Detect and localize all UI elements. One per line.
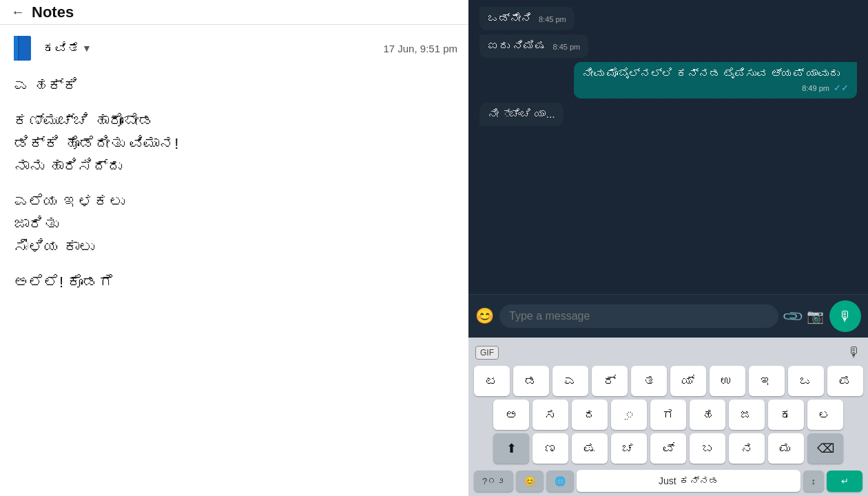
key-va[interactable]: ವ್ <box>650 433 686 464</box>
keyboard-row-2: ಅ ಸ ದ ಼ ಗ ಹ ಜ ಕ ಲ <box>471 400 865 430</box>
key-pa[interactable]: ಪ <box>827 366 863 396</box>
note-line-5: ನಾನು ಹಾರಿಸಿದ್ದು <box>14 155 455 178</box>
notes-meta-row: ಕವಿತೆ ▼ 17 Jun, 9:51 pm <box>0 25 468 69</box>
bubble-time: 8:49 pm ✓✓ <box>802 83 849 93</box>
chat-area: ಒಡ್ನೇನಿ 8:45 pm ಐದು ನಿಮಿಷ 8:45 pm ನೀವು ಮ… <box>468 0 868 294</box>
key-o[interactable]: ಒ <box>788 366 824 396</box>
message-input-bar: 😊 📎 📷 🎙 <box>468 294 868 338</box>
chat-bubble-received-2: ಐದು ನಿಮಿಷ 8:45 pm <box>479 34 588 58</box>
key-ya[interactable]: ಯ್ <box>670 366 706 396</box>
chat-bubble-received-1: ಒಡ್ನೇನಿ 8:45 pm <box>479 7 575 30</box>
emoji-keyboard-button[interactable]: 😊 <box>516 471 544 492</box>
key-sa[interactable]: ಸ <box>533 400 568 430</box>
key-na[interactable]: ಣ <box>533 433 568 464</box>
backspace-key[interactable]: ⌫ <box>807 433 843 464</box>
send-key[interactable]: ↵ <box>827 471 862 492</box>
notes-title: Notes <box>32 3 74 21</box>
key-ma[interactable]: ಮ <box>768 433 804 464</box>
key-ra[interactable]: ರ್ <box>592 366 628 396</box>
keyboard-row-1: ಟ ಡ ಎ ರ್ ತ ಯ್ ಉ ಇ ಒ ಪ <box>471 366 865 396</box>
key-ba[interactable]: ಬ <box>690 433 725 464</box>
keyboard-mic-button[interactable]: 🎙 <box>847 344 861 360</box>
voice-message-button[interactable]: 🎙 <box>829 300 861 332</box>
emoji-button[interactable]: 😊 <box>475 307 494 325</box>
number-key[interactable]: ?೧೨ <box>474 471 513 492</box>
category-dropdown-icon[interactable]: ▼ <box>82 43 92 54</box>
key-ka[interactable]: ಕ <box>768 400 804 430</box>
key-sha[interactable]: ಷ <box>572 433 608 464</box>
notes-content: ಎ ಹಕ್ಕಿ ಕಣ್ಮುಚ್ಚಿ ಹಾರೋಬೇಡ ಡಿಕ್ಕಿ ಹೊಡೆದೀತ… <box>0 69 468 496</box>
notes-panel: ← Notes ಕವಿತೆ ▼ 17 Jun, 9:51 pm ಎ ಹಕ್ಕಿ … <box>0 0 468 496</box>
note-line-9: ಸೌಳಿಯ ಕಾಲು <box>14 236 455 258</box>
bubble-text: ಐದು ನಿಮಿಷ <box>488 40 546 52</box>
svg-rect-2 <box>14 36 18 61</box>
chat-bubble-sent-1: ನೀವು ಮೊಬೈಲ್ನಲ್ಲಿ ಕನ್ನಡ ಟೈಪಿಸುವ ಆ್ಯಪ್ ಯಾವ… <box>574 62 857 99</box>
key-da[interactable]: ಡ <box>513 366 549 396</box>
microphone-icon: 🎙 <box>838 309 852 324</box>
note-line-7: ಎಲೆಯ ಇಳಕಲು <box>14 190 455 213</box>
key-ja[interactable]: ಜ <box>729 400 765 430</box>
key-ta[interactable]: ಟ <box>474 366 510 396</box>
key-na2[interactable]: ನ <box>729 433 765 464</box>
message-input[interactable] <box>499 304 778 328</box>
key-ha[interactable]: ಹ <box>690 400 725 430</box>
key-i[interactable]: ಇ <box>749 366 785 396</box>
note-line-1: ಎ ಹಕ್ಕಿ <box>14 74 455 97</box>
note-category[interactable]: ಕವಿತೆ ▼ <box>43 41 92 56</box>
bubble-time: 8:45 pm <box>552 43 580 51</box>
key-u[interactable]: ಉ <box>710 366 745 396</box>
key-nukta[interactable]: ಼ <box>611 400 647 430</box>
svg-rect-0 <box>16 36 31 61</box>
key-cha[interactable]: ಚ <box>611 433 647 464</box>
bubble-text: ಒಡ್ನೇನಿ <box>488 12 532 24</box>
note-line-8: ಜಾರಿತು <box>14 213 455 236</box>
key-e[interactable]: ಎ <box>552 366 588 396</box>
shift-key[interactable]: ⬆ <box>493 433 529 464</box>
gif-button[interactable]: GIF <box>475 346 499 360</box>
note-line-3: ಕಣ್ಮುಚ್ಚಿ ಹಾರೋಬೇಡ <box>14 110 455 132</box>
expand-key[interactable]: ↕ <box>803 471 825 492</box>
message-ticks: ✓✓ <box>834 83 849 93</box>
camera-button[interactable]: 📷 <box>807 308 824 324</box>
key-a[interactable]: ಅ <box>493 400 529 430</box>
bubble-text: ನೀವು ಮೊಬೈಲ್ನಲ್ಲಿ ಕನ್ನಡ ಟೈಪಿಸುವ ಆ್ಯಪ್ ಯಾವ… <box>582 68 840 79</box>
key-la[interactable]: ಲ <box>807 400 843 430</box>
right-panel: ಒಡ್ನೇನಿ 8:45 pm ಐದು ನಿಮಿಷ 8:45 pm ನೀವು ಮ… <box>468 0 868 496</box>
keyboard-area: GIF 🎙 ಟ ಡ ಎ ರ್ ತ ಯ್ ಉ ಇ ಒ ಪ ಅ ಸ ದ ಼ ಗ ಹ … <box>468 338 868 496</box>
book-icon <box>11 33 36 63</box>
keyboard-bottom-row: ?೧೨ 😊 🌐 Just ಕನ್ನಡ ↕ ↵ <box>471 467 865 495</box>
note-line-11: ಅಲೆಲೆ! ಕೊಡಗೆ <box>14 271 455 293</box>
space-key[interactable]: Just ಕನ್ನಡ <box>577 470 800 492</box>
note-date: 17 Jun, 9:51 pm <box>383 43 457 54</box>
attachment-button[interactable]: 📎 <box>781 304 805 329</box>
key-da2[interactable]: ದ <box>572 400 608 430</box>
keyboard-top-row: GIF 🎙 <box>471 342 865 363</box>
note-line-4: ಡಿಕ್ಕಿ ಹೊಡೆದೀತು ವಿಮಾನ! <box>14 132 455 155</box>
key-ga[interactable]: ಗ <box>650 400 686 430</box>
keyboard-row-3: ⬆ ಣ ಷ ಚ ವ್ ಬ ನ ಮ ⌫ <box>471 433 865 464</box>
chat-bubble-partial: ನೀ ್ಚೆಂಚಿ ಯಾ... <box>479 103 564 126</box>
globe-button[interactable]: 🌐 <box>546 471 574 492</box>
back-button[interactable]: ← <box>11 4 25 20</box>
notes-header: ← Notes <box>0 0 468 25</box>
bubble-time: 8:45 pm <box>539 15 566 23</box>
key-ta2[interactable]: ತ <box>631 366 667 396</box>
